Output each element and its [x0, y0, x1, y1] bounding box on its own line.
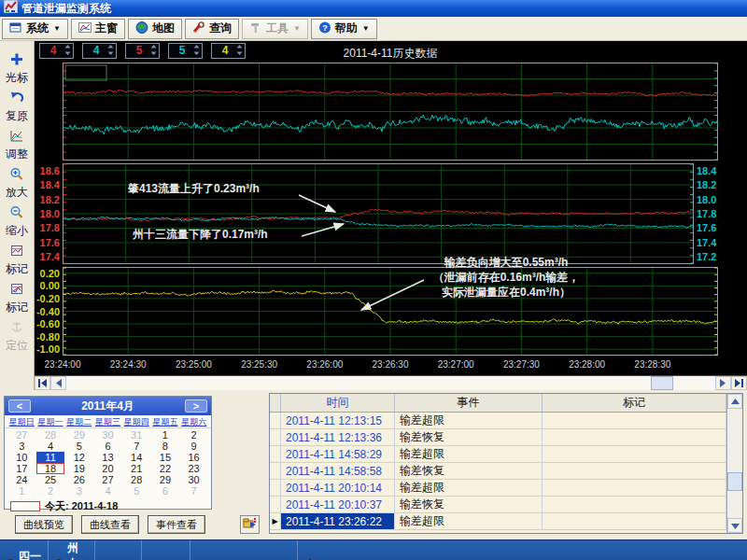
- calendar-day[interactable]: 13: [93, 452, 122, 463]
- scroll-thumb[interactable]: [651, 376, 673, 390]
- scroll-right-button[interactable]: [715, 376, 731, 390]
- calendar-day[interactable]: 5: [64, 441, 93, 452]
- table-row[interactable]: 2011-4-11 14:58:29输差超限: [270, 446, 726, 463]
- sidebar-tool-4[interactable]: 放大: [6, 167, 28, 201]
- scroll-home-button[interactable]: [35, 376, 50, 390]
- calendar-day[interactable]: 6: [151, 485, 180, 497]
- calendar-day[interactable]: 17: [7, 463, 36, 474]
- calendar-day[interactable]: 27: [7, 429, 36, 441]
- event-type-cell[interactable]: 输差恢复: [395, 463, 543, 479]
- event-type-cell[interactable]: 输差恢复: [395, 497, 543, 512]
- table-scroll-up-button[interactable]: [727, 394, 742, 409]
- table-scroll-down-button[interactable]: [727, 518, 742, 533]
- calendar-day[interactable]: 6: [93, 441, 122, 452]
- calendar-day[interactable]: 4: [36, 441, 65, 452]
- event-mark-cell[interactable]: [543, 413, 726, 428]
- calendar-day[interactable]: 29: [64, 429, 93, 441]
- menu-button-2[interactable]: 主窗: [71, 19, 125, 39]
- event-type-cell[interactable]: 输差超限: [395, 446, 543, 462]
- event-mark-cell[interactable]: [543, 513, 726, 529]
- calendar-day[interactable]: 10: [7, 452, 36, 463]
- sidebar-tool-7[interactable]: 标记: [6, 282, 28, 315]
- calendar-day[interactable]: 1: [151, 429, 180, 441]
- calendar-day[interactable]: 1: [7, 485, 36, 497]
- mute-speaker-icon[interactable]: [303, 557, 317, 560]
- event-mark-cell[interactable]: [543, 429, 726, 445]
- scroll-left-button[interactable]: [50, 376, 66, 390]
- calendar-day[interactable]: 8: [151, 441, 180, 452]
- menu-button-3[interactable]: 地图: [128, 19, 182, 39]
- event-mark-cell[interactable]: [543, 446, 726, 462]
- column-header-2[interactable]: 事件: [395, 394, 543, 412]
- calendar-day[interactable]: 16: [179, 452, 208, 463]
- calendar-day[interactable]: 9: [179, 441, 208, 452]
- event-time-cell[interactable]: 2011-4-11 14:58:58: [281, 463, 395, 479]
- event-time-cell[interactable]: 2011-4-11 14:58:29: [281, 446, 395, 462]
- table-row[interactable]: 2011-4-11 12:13:36输差恢复: [270, 429, 726, 446]
- event-time-cell[interactable]: 2011-4-11 12:13:15: [281, 413, 395, 428]
- event-mark-cell[interactable]: [543, 480, 726, 496]
- menu-button-4[interactable]: 查询: [185, 19, 239, 39]
- table-scroll-thumb[interactable]: [727, 472, 742, 491]
- event-type-cell[interactable]: 输差超限: [395, 480, 543, 496]
- calendar-day[interactable]: 30: [179, 474, 208, 485]
- calendar-day[interactable]: 30: [93, 429, 122, 441]
- calendar-day[interactable]: 11: [36, 452, 65, 463]
- sidebar-tool-5[interactable]: 缩小: [6, 205, 28, 239]
- calendar-day[interactable]: 7: [179, 485, 208, 497]
- event-time-cell[interactable]: 2011-4-11 12:13:36: [281, 429, 395, 445]
- calendar-day[interactable]: 25: [36, 474, 65, 485]
- table-row[interactable]: 2011-4-11 12:13:15输差超限: [270, 413, 726, 429]
- calendar-day[interactable]: 2: [36, 485, 65, 497]
- table-scrollbar[interactable]: [726, 394, 742, 533]
- table-scroll-track[interactable]: [727, 409, 742, 518]
- curve-view-button[interactable]: 曲线查看: [81, 515, 139, 534]
- curve-preview-button[interactable]: 曲线预览: [15, 515, 73, 534]
- calendar-day[interactable]: 3: [64, 485, 93, 497]
- horizontal-scrollbar[interactable]: [35, 375, 747, 390]
- event-type-cell[interactable]: 输差超限: [395, 513, 543, 529]
- event-mark-cell[interactable]: [543, 463, 726, 479]
- calendar-day[interactable]: 18: [36, 463, 65, 474]
- calendar-day[interactable]: 14: [122, 452, 151, 463]
- event-time-cell[interactable]: 2011-4-11 23:26:22: [281, 513, 395, 529]
- calendar-prev-button[interactable]: <: [8, 399, 31, 413]
- calendar-day[interactable]: 29: [151, 474, 180, 485]
- menu-button-6[interactable]: ?帮助▼: [311, 19, 377, 39]
- event-type-cell[interactable]: 输差恢复: [395, 429, 543, 445]
- table-row[interactable]: 2011-4-11 14:58:58输差恢复: [270, 463, 726, 480]
- calendar-day[interactable]: 31: [122, 429, 151, 441]
- data-navigate-button[interactable]: [240, 515, 260, 534]
- sidebar-tool-6[interactable]: 标记: [6, 244, 28, 277]
- event-time-cell[interactable]: 2011-4-11 20:10:37: [281, 497, 395, 512]
- column-header-1[interactable]: 时间: [281, 394, 395, 412]
- calendar-day[interactable]: 12: [64, 452, 93, 463]
- column-header-3[interactable]: 标记: [543, 394, 726, 412]
- calendar-day[interactable]: 28: [122, 474, 151, 485]
- calendar-day[interactable]: 5: [122, 485, 151, 497]
- event-time-cell[interactable]: 2011-4-11 20:10:14: [281, 480, 395, 496]
- event-type-cell[interactable]: 输差超限: [395, 413, 543, 428]
- calendar-day[interactable]: 4: [93, 485, 122, 497]
- calendar-next-button[interactable]: >: [185, 399, 207, 413]
- calendar-day[interactable]: 23: [179, 463, 208, 474]
- scroll-end-button[interactable]: [731, 376, 747, 390]
- scroll-track[interactable]: [66, 376, 715, 390]
- table-row[interactable]: 2011-4-11 20:10:14输差超限: [270, 480, 726, 497]
- menu-button-1[interactable]: 系统▼: [2, 19, 68, 39]
- calendar-day[interactable]: 20: [93, 463, 122, 474]
- sidebar-tool-2[interactable]: 复原: [6, 91, 28, 124]
- sidebar-tool-1[interactable]: 光标: [6, 52, 28, 86]
- calendar-day[interactable]: 27: [93, 474, 122, 485]
- sidebar-tool-3[interactable]: 调整: [6, 129, 28, 162]
- event-mark-cell[interactable]: [543, 497, 726, 512]
- calendar-day[interactable]: 26: [64, 474, 93, 485]
- table-row[interactable]: 2011-4-11 20:10:37输差恢复: [270, 497, 726, 513]
- calendar-day[interactable]: 21: [122, 463, 151, 474]
- calendar-day[interactable]: 19: [64, 463, 93, 474]
- table-row[interactable]: ▶2011-4-11 23:26:22输差超限: [270, 513, 726, 530]
- calendar-day[interactable]: 3: [7, 441, 36, 452]
- event-view-button[interactable]: 事件查看: [148, 515, 205, 534]
- calendar-day[interactable]: 24: [7, 474, 36, 485]
- calendar-day[interactable]: 28: [36, 429, 65, 441]
